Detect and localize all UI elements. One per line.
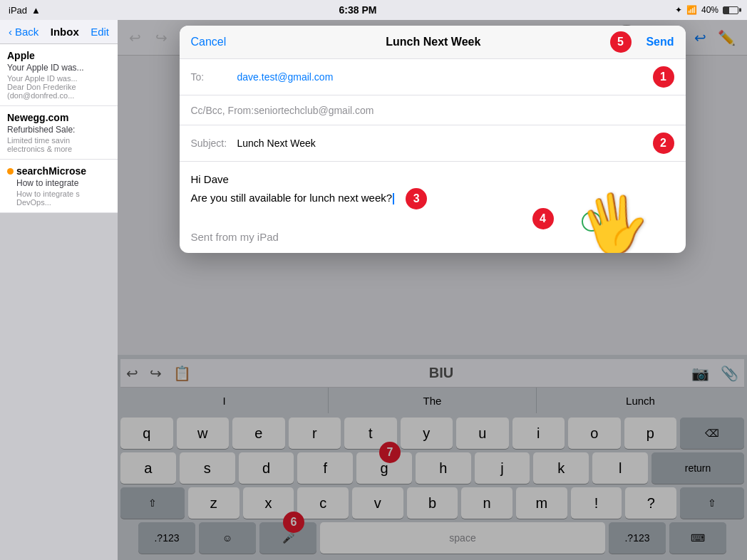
compose-overlay: Cancel Lunch Next Week 5 Send To: dave.t…	[118, 20, 747, 560]
cc-value: seniortechclub@gmail.com	[254, 105, 674, 116]
badge-3: 3	[406, 188, 427, 209]
compose-header: Cancel Lunch Next Week 5 Send	[180, 26, 686, 59]
compose-title: Lunch Next Week	[226, 36, 640, 48]
back-chevron-icon: ‹	[9, 26, 12, 38]
clock: 6:38 PM	[339, 4, 376, 16]
back-button[interactable]: ‹ Back	[9, 26, 38, 38]
email-preview: Your Apple ID was...Dear Don Frederike(d…	[7, 74, 110, 100]
unread-dot	[7, 168, 14, 175]
subject-value: Lunch Next Week	[237, 138, 653, 149]
back-label: Back	[15, 26, 38, 38]
badge-5: 5	[610, 31, 632, 53]
sidebar: ‹ Back Inbox Edit Apple Your Apple ID wa…	[0, 20, 118, 560]
email-item-apple[interactable]: Apple Your Apple ID was... Your Apple ID…	[0, 44, 118, 106]
email-item-search[interactable]: searchMicrose How to integrate How to in…	[0, 160, 118, 213]
edit-button[interactable]: Edit	[91, 26, 109, 38]
main-layout: ‹ Back Inbox Edit Apple Your Apple ID wa…	[0, 20, 747, 560]
email-item-newegg[interactable]: Newegg.com Refurbished Sale: Limited tim…	[0, 106, 118, 160]
bluetooth-icon: ✦	[675, 5, 682, 15]
status-right: ✦ 📶 40%	[675, 5, 738, 15]
inbox-title: Inbox	[51, 26, 79, 38]
cancel-button[interactable]: Cancel	[191, 36, 227, 48]
wifi-signal-icon: 📶	[686, 5, 697, 15]
to-field[interactable]: To: dave.test@gmail.com 1	[180, 59, 686, 95]
email-subject: How to integrate	[16, 178, 110, 188]
badge-4: 4	[532, 208, 554, 229]
body-line2: Are you still available for lunch next w…	[191, 188, 674, 209]
badge-1: 1	[653, 66, 674, 88]
signature: Sent from my iPad	[191, 231, 674, 243]
email-preview: How to integrate sDevOps...	[16, 190, 110, 207]
email-subject: Refurbished Sale:	[7, 125, 110, 135]
to-value: dave.test@gmail.com	[237, 71, 653, 83]
text-cursor	[393, 193, 394, 204]
sidebar-nav: ‹ Back Inbox Edit	[0, 20, 118, 44]
body-line2-text: Are you still available for lunch next w…	[191, 190, 393, 207]
compose-modal: Cancel Lunch Next Week 5 Send To: dave.t…	[180, 26, 686, 253]
email-sender: searchMicrose	[16, 165, 110, 177]
compose-body[interactable]: Hi Dave Are you still available for lunc…	[180, 162, 686, 253]
body-line1: Hi Dave	[191, 172, 674, 188]
status-left: iPad ▲	[9, 5, 41, 16]
wifi-icon: ▲	[31, 5, 41, 16]
carrier-label: iPad	[9, 5, 27, 16]
right-panel: ↩ ↪ 🗑 👤 Hide ↩ ✏️ Cancel Lunch Next Week	[118, 20, 747, 560]
to-label: To:	[191, 71, 237, 83]
subject-label: Subject:	[191, 138, 237, 149]
email-sender: Apple	[7, 50, 110, 61]
touch-indicator	[582, 212, 602, 232]
cc-field[interactable]: Cc/Bcc, From: seniortechclub@gmail.com	[180, 95, 686, 125]
send-button[interactable]: Send	[646, 36, 674, 48]
email-preview: Limited time savinelectronics & more	[7, 136, 110, 153]
email-sender: Newegg.com	[7, 112, 110, 123]
battery-icon	[723, 6, 738, 14]
subject-field[interactable]: Subject: Lunch Next Week 2	[180, 125, 686, 162]
cc-label: Cc/Bcc, From:	[191, 105, 254, 116]
battery-fill	[723, 7, 729, 14]
badge-2: 2	[653, 133, 674, 154]
email-subject: Your Apple ID was...	[7, 63, 110, 73]
battery-label: 40%	[701, 5, 718, 15]
status-bar: iPad ▲ 6:38 PM ✦ 📶 40%	[0, 0, 747, 20]
